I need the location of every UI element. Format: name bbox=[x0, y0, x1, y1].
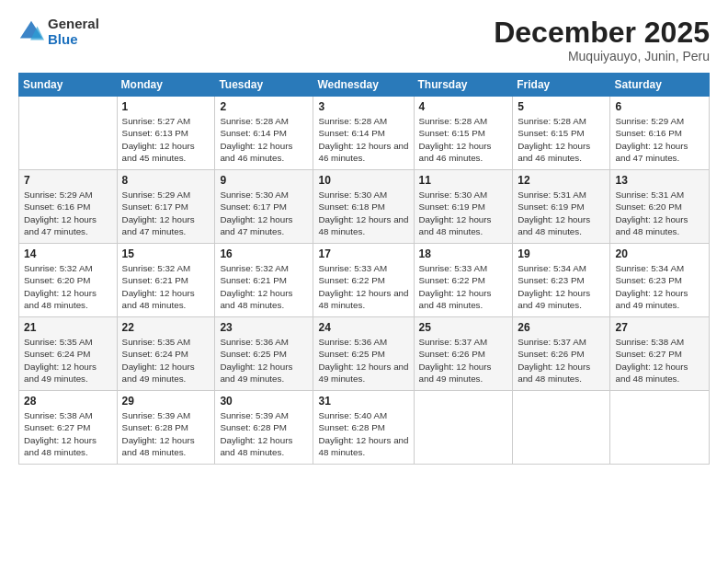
day-number: 29 bbox=[122, 395, 210, 408]
logo-icon bbox=[18, 19, 44, 45]
day-number: 30 bbox=[220, 395, 308, 408]
calendar-cell: 1Sunrise: 5:27 AM Sunset: 6:13 PM Daylig… bbox=[117, 97, 215, 170]
calendar-cell: 7Sunrise: 5:29 AM Sunset: 6:16 PM Daylig… bbox=[19, 170, 118, 244]
calendar-cell: 5Sunrise: 5:28 AM Sunset: 6:15 PM Daylig… bbox=[513, 97, 610, 170]
calendar-cell: 13Sunrise: 5:31 AM Sunset: 6:20 PM Dayli… bbox=[610, 170, 710, 244]
day-number: 23 bbox=[220, 321, 308, 334]
day-number: 9 bbox=[220, 174, 308, 187]
day-info: Sunrise: 5:32 AM Sunset: 6:20 PM Dayligh… bbox=[24, 262, 112, 311]
logo-text: General Blue bbox=[48, 17, 99, 47]
weekday-monday: Monday bbox=[117, 74, 215, 97]
day-info: Sunrise: 5:29 AM Sunset: 6:17 PM Dayligh… bbox=[122, 189, 210, 237]
day-number: 27 bbox=[615, 321, 704, 334]
calendar-cell: 25Sunrise: 5:37 AM Sunset: 6:26 PM Dayli… bbox=[414, 317, 513, 391]
calendar-cell: 10Sunrise: 5:30 AM Sunset: 6:18 PM Dayli… bbox=[313, 170, 414, 244]
location-subtitle: Muquiyauyo, Junin, Peru bbox=[494, 49, 710, 63]
calendar-cell: 15Sunrise: 5:32 AM Sunset: 6:21 PM Dayli… bbox=[117, 244, 215, 317]
day-number: 14 bbox=[24, 247, 112, 260]
day-info: Sunrise: 5:28 AM Sunset: 6:14 PM Dayligh… bbox=[220, 115, 308, 164]
calendar-week-1: 1Sunrise: 5:27 AM Sunset: 6:13 PM Daylig… bbox=[19, 97, 710, 170]
day-number: 25 bbox=[419, 321, 508, 334]
day-number: 3 bbox=[318, 100, 408, 113]
day-info: Sunrise: 5:38 AM Sunset: 6:27 PM Dayligh… bbox=[615, 336, 704, 385]
day-number: 17 bbox=[318, 247, 408, 260]
calendar-cell: 8Sunrise: 5:29 AM Sunset: 6:17 PM Daylig… bbox=[117, 170, 215, 244]
day-number: 15 bbox=[122, 247, 210, 260]
day-info: Sunrise: 5:33 AM Sunset: 6:22 PM Dayligh… bbox=[419, 262, 508, 311]
calendar-cell: 23Sunrise: 5:36 AM Sunset: 6:25 PM Dayli… bbox=[215, 317, 313, 391]
calendar-header: SundayMondayTuesdayWednesdayThursdayFrid… bbox=[19, 74, 710, 97]
calendar-week-3: 14Sunrise: 5:32 AM Sunset: 6:20 PM Dayli… bbox=[19, 244, 710, 317]
day-number: 4 bbox=[419, 100, 508, 113]
calendar-cell: 14Sunrise: 5:32 AM Sunset: 6:20 PM Dayli… bbox=[19, 244, 118, 317]
calendar-cell: 19Sunrise: 5:34 AM Sunset: 6:23 PM Dayli… bbox=[513, 244, 610, 317]
weekday-tuesday: Tuesday bbox=[215, 74, 313, 97]
day-number: 18 bbox=[419, 247, 508, 260]
day-info: Sunrise: 5:32 AM Sunset: 6:21 PM Dayligh… bbox=[220, 262, 308, 311]
calendar-cell bbox=[19, 97, 118, 170]
calendar-body: 1Sunrise: 5:27 AM Sunset: 6:13 PM Daylig… bbox=[19, 97, 710, 465]
day-number: 2 bbox=[220, 100, 308, 113]
logo-blue: Blue bbox=[48, 32, 99, 48]
calendar-cell: 31Sunrise: 5:40 AM Sunset: 6:28 PM Dayli… bbox=[313, 391, 414, 465]
day-info: Sunrise: 5:30 AM Sunset: 6:19 PM Dayligh… bbox=[419, 189, 508, 237]
calendar-cell: 6Sunrise: 5:29 AM Sunset: 6:16 PM Daylig… bbox=[610, 97, 710, 170]
day-info: Sunrise: 5:36 AM Sunset: 6:25 PM Dayligh… bbox=[220, 336, 308, 385]
calendar-cell: 30Sunrise: 5:39 AM Sunset: 6:28 PM Dayli… bbox=[215, 391, 313, 465]
day-info: Sunrise: 5:34 AM Sunset: 6:23 PM Dayligh… bbox=[615, 262, 704, 311]
day-number: 6 bbox=[615, 100, 704, 113]
day-info: Sunrise: 5:38 AM Sunset: 6:27 PM Dayligh… bbox=[24, 409, 112, 458]
day-number: 11 bbox=[419, 174, 508, 187]
day-info: Sunrise: 5:33 AM Sunset: 6:22 PM Dayligh… bbox=[318, 262, 408, 311]
weekday-wednesday: Wednesday bbox=[313, 74, 414, 97]
day-info: Sunrise: 5:28 AM Sunset: 6:15 PM Dayligh… bbox=[419, 115, 508, 164]
day-info: Sunrise: 5:32 AM Sunset: 6:21 PM Dayligh… bbox=[122, 262, 210, 311]
logo: General Blue bbox=[18, 17, 99, 47]
day-info: Sunrise: 5:30 AM Sunset: 6:17 PM Dayligh… bbox=[220, 189, 308, 237]
page: General Blue December 2025 Muquiyauyo, J… bbox=[0, 0, 728, 563]
day-info: Sunrise: 5:29 AM Sunset: 6:16 PM Dayligh… bbox=[615, 115, 704, 164]
day-number: 21 bbox=[24, 321, 112, 334]
day-info: Sunrise: 5:31 AM Sunset: 6:20 PM Dayligh… bbox=[615, 189, 704, 237]
day-number: 13 bbox=[615, 174, 704, 187]
calendar-cell: 2Sunrise: 5:28 AM Sunset: 6:14 PM Daylig… bbox=[215, 97, 313, 170]
day-info: Sunrise: 5:34 AM Sunset: 6:23 PM Dayligh… bbox=[518, 262, 605, 311]
header: General Blue December 2025 Muquiyauyo, J… bbox=[18, 17, 710, 63]
calendar-week-5: 28Sunrise: 5:38 AM Sunset: 6:27 PM Dayli… bbox=[19, 391, 710, 465]
day-info: Sunrise: 5:28 AM Sunset: 6:14 PM Dayligh… bbox=[318, 115, 408, 164]
title-block: December 2025 Muquiyauyo, Junin, Peru bbox=[494, 17, 710, 63]
day-number: 16 bbox=[220, 247, 308, 260]
weekday-header-row: SundayMondayTuesdayWednesdayThursdayFrid… bbox=[19, 74, 710, 97]
calendar-cell: 4Sunrise: 5:28 AM Sunset: 6:15 PM Daylig… bbox=[414, 97, 513, 170]
calendar-cell: 20Sunrise: 5:34 AM Sunset: 6:23 PM Dayli… bbox=[610, 244, 710, 317]
weekday-friday: Friday bbox=[513, 74, 610, 97]
calendar-cell: 3Sunrise: 5:28 AM Sunset: 6:14 PM Daylig… bbox=[313, 97, 414, 170]
day-number: 31 bbox=[318, 395, 408, 408]
calendar-cell bbox=[513, 391, 610, 465]
day-number: 7 bbox=[24, 174, 112, 187]
day-info: Sunrise: 5:39 AM Sunset: 6:28 PM Dayligh… bbox=[122, 409, 210, 458]
calendar-cell: 26Sunrise: 5:37 AM Sunset: 6:26 PM Dayli… bbox=[513, 317, 610, 391]
day-number: 5 bbox=[518, 100, 605, 113]
day-info: Sunrise: 5:31 AM Sunset: 6:19 PM Dayligh… bbox=[518, 189, 605, 237]
calendar-cell bbox=[414, 391, 513, 465]
calendar-cell: 12Sunrise: 5:31 AM Sunset: 6:19 PM Dayli… bbox=[513, 170, 610, 244]
calendar-cell: 21Sunrise: 5:35 AM Sunset: 6:24 PM Dayli… bbox=[19, 317, 118, 391]
calendar-week-2: 7Sunrise: 5:29 AM Sunset: 6:16 PM Daylig… bbox=[19, 170, 710, 244]
day-number: 8 bbox=[122, 174, 210, 187]
day-number: 19 bbox=[518, 247, 605, 260]
weekday-thursday: Thursday bbox=[414, 74, 513, 97]
logo-general: General bbox=[48, 17, 99, 32]
day-info: Sunrise: 5:28 AM Sunset: 6:15 PM Dayligh… bbox=[518, 115, 605, 164]
calendar-cell: 28Sunrise: 5:38 AM Sunset: 6:27 PM Dayli… bbox=[19, 391, 118, 465]
weekday-sunday: Sunday bbox=[19, 74, 118, 97]
calendar-cell: 9Sunrise: 5:30 AM Sunset: 6:17 PM Daylig… bbox=[215, 170, 313, 244]
day-info: Sunrise: 5:37 AM Sunset: 6:26 PM Dayligh… bbox=[419, 336, 508, 385]
day-info: Sunrise: 5:27 AM Sunset: 6:13 PM Dayligh… bbox=[122, 115, 210, 164]
day-number: 10 bbox=[318, 174, 408, 187]
day-number: 20 bbox=[615, 247, 704, 260]
calendar-cell bbox=[610, 391, 710, 465]
calendar-cell: 11Sunrise: 5:30 AM Sunset: 6:19 PM Dayli… bbox=[414, 170, 513, 244]
day-info: Sunrise: 5:36 AM Sunset: 6:25 PM Dayligh… bbox=[318, 336, 408, 385]
day-number: 26 bbox=[518, 321, 605, 334]
